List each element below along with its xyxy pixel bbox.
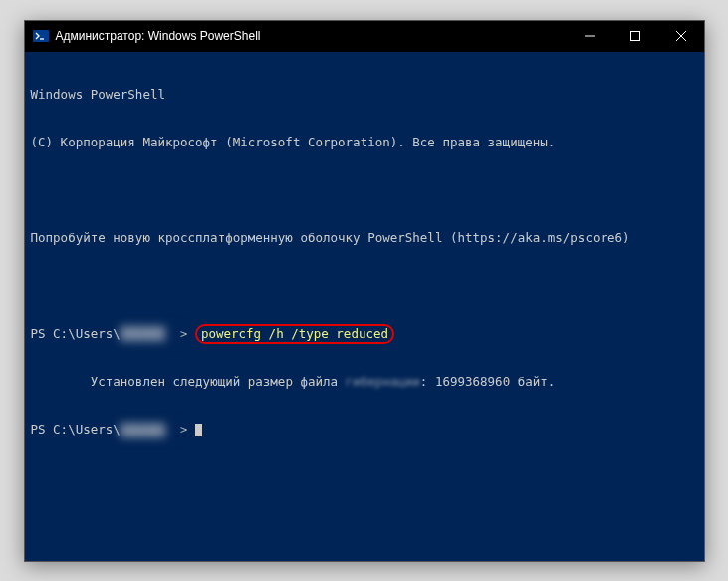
titlebar[interactable]: Администратор: Windows PowerShell <box>25 21 704 52</box>
terminal-promo-line: Попробуйте новую кроссплатформенную обол… <box>31 230 698 246</box>
redacted-username: ██████ <box>121 326 180 342</box>
powershell-icon <box>33 28 49 44</box>
prompt-line-2: PS C:\Users\██████> <box>31 422 698 438</box>
command-output-line: Установлен следующий размер файла гиберн… <box>31 374 698 390</box>
prompt-suffix: > <box>180 326 195 341</box>
maximize-button[interactable] <box>612 21 658 52</box>
blank-line <box>31 182 698 198</box>
prompt-line-1: PS C:\Users\██████> powercfg /h /type re… <box>31 326 698 343</box>
window-controls <box>567 21 704 52</box>
prompt-prefix: PS C:\Users\ <box>31 326 121 341</box>
output-smudged-word: гибернации <box>346 374 420 389</box>
window-title: Администратор: Windows PowerShell <box>56 29 261 43</box>
titlebar-left: Администратор: Windows PowerShell <box>25 28 261 44</box>
prompt-suffix: > <box>180 422 195 436</box>
redacted-username: ██████ <box>121 423 180 438</box>
powershell-window: Администратор: Windows PowerShell Window… <box>24 20 705 562</box>
output-indent <box>31 374 91 389</box>
minimize-button[interactable] <box>567 21 612 52</box>
close-button[interactable] <box>658 21 704 52</box>
svg-rect-3 <box>630 32 639 41</box>
cursor <box>195 424 202 436</box>
terminal-header-line-2: (C) Корпорация Майкрософт (Microsoft Cor… <box>31 135 698 150</box>
prompt-prefix: PS C:\Users\ <box>31 422 121 436</box>
blank-line <box>31 278 698 294</box>
output-text-pre: Установлен следующий размер файла <box>91 374 346 389</box>
highlighted-command: powercfg /h /type reduced <box>195 324 394 344</box>
terminal-body[interactable]: Windows PowerShell (C) Корпорация Майкро… <box>25 52 704 561</box>
svg-rect-0 <box>33 30 49 42</box>
output-text-post: : 1699368960 байт. <box>420 374 555 389</box>
terminal-header-line-1: Windows PowerShell <box>31 87 698 103</box>
